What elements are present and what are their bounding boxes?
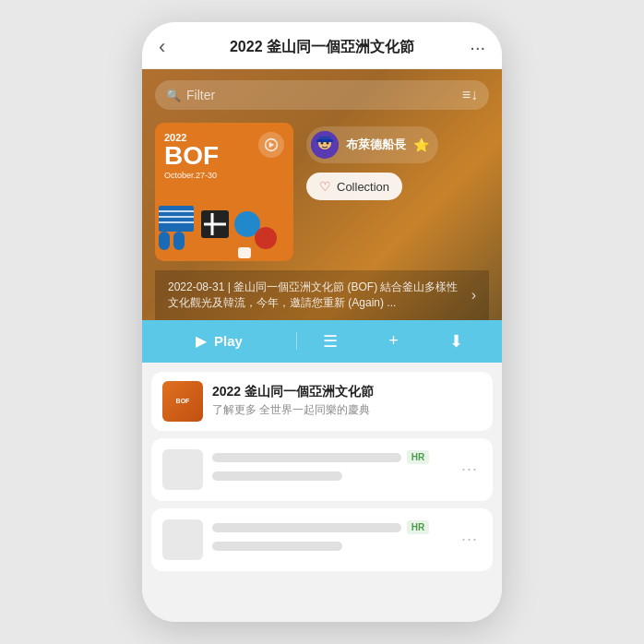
star-icon: ⭐ [413, 137, 429, 152]
card-area: 2022 BOF October.27-30 [155, 123, 489, 261]
svg-rect-12 [238, 247, 251, 258]
album-dates: October.27-30 [164, 171, 284, 180]
song-thumbnail: BOF [162, 381, 203, 422]
list-icon[interactable]: ☰ [316, 331, 345, 352]
skeleton-item-2[interactable]: HR ··· [151, 508, 493, 571]
play-button[interactable]: ▶ Play [155, 332, 297, 350]
song-info: 2022 釜山同一個亞洲文化節 了解更多 全世界一起同樂的慶典 [212, 384, 482, 418]
add-icon[interactable]: + [381, 331, 406, 351]
content-area: 🔍 Filter ≡↓ 2022 BOF October.27-30 [142, 69, 502, 622]
skeleton-thumb-2 [162, 519, 203, 560]
svg-rect-1 [159, 206, 194, 232]
more-icon-1[interactable]: ··· [458, 459, 482, 479]
header: ‹ 2022 釜山同一個亞洲文化節 ··· [142, 22, 502, 69]
skeleton-content-1: HR [212, 450, 448, 488]
description-bar[interactable]: 2022-08-31 | 釜山同一個亞洲文化節 (BOF) 結合釜山多樣性文化觀… [155, 270, 489, 320]
back-button[interactable]: ‹ [159, 35, 185, 59]
svg-rect-5 [159, 232, 170, 250]
phone-frame: ‹ 2022 釜山同一個亞洲文化節 ··· 🔍 Filter ≡↓ 2022 B… [142, 22, 502, 622]
skeleton-section-2: HR ··· [151, 508, 493, 571]
skeleton-section-1: HR ··· [151, 438, 493, 501]
skeleton-content-2: HR [212, 520, 448, 558]
card-right: 布萊德船長 ⭐ ♡ Collection [306, 123, 489, 200]
svg-point-11 [255, 227, 277, 249]
album-logo [258, 132, 284, 158]
sort-icon[interactable]: ≡↓ [462, 87, 478, 103]
artist-avatar [311, 131, 339, 159]
page-title: 2022 釜山同一個亞洲文化節 [185, 38, 459, 57]
filter-placeholder: Filter [186, 88, 462, 102]
hr-badge-1: HR [407, 450, 429, 464]
play-bar: ▶ Play ☰ + ⬇ [142, 320, 502, 363]
download-icon[interactable]: ⬇ [442, 331, 471, 352]
more-button[interactable]: ··· [459, 37, 485, 58]
collection-label: Collection [337, 180, 389, 194]
album-art: 2022 BOF October.27-30 [155, 123, 293, 261]
search-icon: 🔍 [166, 89, 181, 102]
artist-name: 布萊德船長 [346, 137, 406, 153]
skeleton-thumb-1 [162, 449, 203, 490]
play-label: Play [214, 333, 243, 349]
skeleton-item-1[interactable]: HR ··· [151, 438, 493, 501]
svg-rect-18 [316, 139, 333, 142]
hero-section: 🔍 Filter ≡↓ 2022 BOF October.27-30 [142, 69, 502, 320]
song-subtitle: 了解更多 全世界一起同樂的慶典 [212, 402, 482, 418]
heart-icon: ♡ [319, 179, 331, 194]
artist-tag[interactable]: 布萊德船長 ⭐ [306, 126, 438, 163]
song-title: 2022 釜山同一個亞洲文化節 [212, 384, 482, 400]
hr-badge-2: HR [407, 520, 429, 534]
more-icon-2[interactable]: ··· [458, 530, 482, 549]
song-item[interactable]: BOF 2022 釜山同一個亞洲文化節 了解更多 全世界一起同樂的慶典 [151, 372, 493, 431]
action-icons: ☰ + ⬇ [297, 331, 489, 352]
search-bar[interactable]: 🔍 Filter ≡↓ [155, 80, 489, 110]
collection-button[interactable]: ♡ Collection [306, 173, 402, 200]
description-text: 2022-08-31 | 釜山同一個亞洲文化節 (BOF) 結合釜山多樣性文化觀… [168, 280, 464, 311]
play-icon: ▶ [196, 332, 207, 350]
svg-rect-6 [173, 232, 185, 250]
song-list: BOF 2022 釜山同一個亞洲文化節 了解更多 全世界一起同樂的慶典 [151, 372, 493, 431]
chevron-right-icon: › [471, 287, 476, 304]
